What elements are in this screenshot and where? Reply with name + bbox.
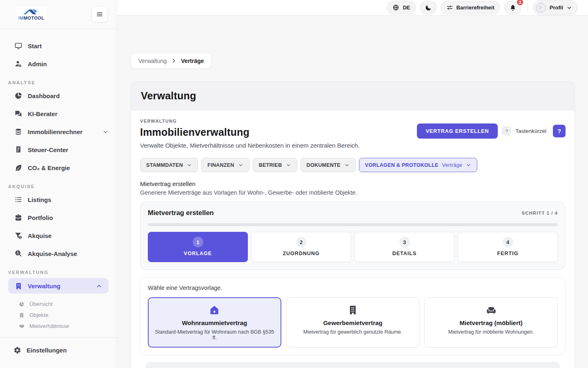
- avatar: [536, 2, 546, 13]
- template-picker-card: Wähle eine Vertragsvorlage. Wohnraummiet…: [140, 277, 566, 355]
- accessibility-button[interactable]: Barrierefreiheit: [441, 1, 500, 14]
- chevron-up-icon[interactable]: [96, 283, 102, 289]
- sidebar-item-label: Dashboard: [28, 92, 60, 99]
- wizard-header: Mietvertrag erstellen SCHRITT 1 / 4: [148, 209, 558, 217]
- chat-icon: [14, 110, 22, 118]
- menu-toggle-button[interactable]: [91, 6, 108, 22]
- building-icon: [347, 305, 358, 315]
- tab-label: FINANZEN: [207, 162, 234, 168]
- leaf-icon: [14, 164, 22, 172]
- sidebar-section-label-analyse: ANALYSE: [0, 80, 117, 85]
- template-title: Gewerbemietvertrag: [323, 319, 382, 326]
- page-card: Verwaltung VERWALTUNG Immobilienverwaltu…: [131, 81, 575, 368]
- sidebar-item-immobilienrechner[interactable]: Immobilienrechner: [0, 123, 117, 141]
- tab-finanzen[interactable]: FINANZEN: [201, 158, 249, 172]
- page-title: Immobilienverwaltung: [140, 126, 360, 138]
- sidebar-item-label: Einstellungen: [27, 347, 67, 354]
- breadcrumb-parent-link[interactable]: Verwaltung: [138, 58, 167, 64]
- accessibility-label: Barrierefreiheit: [457, 4, 494, 11]
- wizard-step-indicator: SCHRITT 1 / 4: [522, 211, 558, 215]
- globe-icon: [392, 4, 399, 11]
- sidebar-item-einstellungen[interactable]: Einstellungen: [0, 341, 117, 359]
- step-number-badge: 3: [399, 237, 410, 247]
- sidebar-item-start[interactable]: Start: [0, 37, 117, 55]
- tab-sublabel: Verträge: [442, 162, 463, 168]
- notifications-wrapper: 3: [504, 1, 522, 14]
- sidebar-item-akquise[interactable]: Akquise: [0, 227, 117, 245]
- breadcrumb-current: Verträge: [181, 58, 204, 64]
- step-fertig[interactable]: 4 FERTIG: [458, 232, 558, 262]
- template-card-wohnraum[interactable]: Wohnraummietvertrag Standard-Mietvertrag…: [148, 297, 281, 348]
- step-zuordnung[interactable]: 2 ZUORDNUNG: [251, 232, 351, 262]
- sidebar-item-akquise-analyse[interactable]: Akquise-Analyse: [0, 245, 117, 263]
- template-card-gewerbe[interactable]: Gewerbemietvertrag Mietvertrag für gewer…: [286, 297, 420, 348]
- tab-betrieb[interactable]: BETRIEB: [253, 158, 297, 172]
- create-contract-button[interactable]: VERTRAG ERSTELLEN: [417, 123, 498, 139]
- breadcrumb: Verwaltung Verträge: [131, 53, 212, 69]
- profile-button[interactable]: Profil: [533, 0, 578, 15]
- sidebar-item-label: Listings: [28, 196, 51, 203]
- page-head-row: VERWALTUNG Immobilienverwaltung Verwalte…: [140, 119, 566, 149]
- chevron-down-icon: [238, 162, 243, 168]
- bell-icon: [509, 4, 517, 11]
- coins-icon: [14, 128, 22, 136]
- handshake-icon: [19, 323, 24, 329]
- step-label: FERTIG: [497, 251, 519, 256]
- sidebar-item-co2-energie[interactable]: CO₂ & Energie: [0, 159, 117, 177]
- template-card-moebliert[interactable]: Mietvertrag (möbliert) Mietvertrag für m…: [424, 297, 558, 348]
- list-icon: [14, 195, 22, 204]
- sidebar-item-dashboard[interactable]: Dashboard: [0, 87, 117, 105]
- sidebar-item-label: Akquise: [28, 232, 51, 239]
- pie-chart-icon: [19, 301, 24, 307]
- briefcase-icon: [14, 213, 22, 222]
- step-label: DETAILS: [392, 251, 417, 256]
- step-number-badge: 1: [193, 237, 203, 247]
- sidebar-divider: [0, 337, 117, 338]
- funnel-icon: [14, 231, 22, 240]
- chevron-down-icon[interactable]: [102, 129, 109, 135]
- sidebar-item-listings[interactable]: Listings: [0, 191, 117, 209]
- tab-dokumente[interactable]: DOKUMENTE: [301, 158, 356, 172]
- sidebar-item-admin[interactable]: Admin: [0, 55, 117, 73]
- sidebar-item-label: CO₂ & Energie: [28, 164, 70, 171]
- sidebar-subitem-uebersicht[interactable]: Übersicht: [0, 298, 117, 310]
- chevron-down-icon: [187, 162, 192, 168]
- tab-vorlagen-protokolle[interactable]: VORLAGEN & PROTOKOLLE Verträge: [359, 158, 477, 172]
- menu-icon: [96, 11, 103, 18]
- sidebar-item-label: Immobilienrechner: [28, 128, 82, 135]
- sidebar-nav: Start Admin ANALYSE Dashboard KI-Berate: [0, 29, 117, 368]
- step-vorlage[interactable]: 1 VORLAGE: [148, 232, 248, 262]
- brand-name: IMMOTOOL: [18, 16, 45, 20]
- language-button[interactable]: DE: [387, 1, 416, 14]
- sidebar-item-ki-berater[interactable]: KI-Berater: [0, 105, 117, 123]
- sidebar-header: IMMOTOOL: [0, 0, 117, 29]
- monitor-icon: [14, 42, 22, 50]
- step-label: ZUORDNUNG: [283, 251, 319, 256]
- sidebar-item-verwaltung[interactable]: Verwaltung: [8, 278, 109, 294]
- dark-mode-button[interactable]: [420, 1, 437, 14]
- template-title: Wohnraummietvertrag: [182, 319, 247, 326]
- tab-stammdaten[interactable]: STAMMDATEN: [140, 158, 198, 172]
- page-head-left: VERWALTUNG Immobilienverwaltung Verwalte…: [140, 119, 360, 149]
- template-description: Mietvertrag für gewerblich genutzte Räum…: [303, 329, 402, 335]
- section-eyebrow: VERWALTUNG: [140, 119, 360, 123]
- step-details[interactable]: 3 DETAILS: [354, 232, 454, 262]
- user-admin-icon: [14, 60, 22, 68]
- sidebar-subitem-mietverhaeltnisse[interactable]: Mietverhältnisse: [0, 321, 117, 332]
- sidebar-item-label: Admin: [28, 61, 47, 67]
- sidebar-item-steuer-center[interactable]: Steuer-Center: [0, 141, 117, 159]
- sidebar-subitem-objekte[interactable]: Objekte: [0, 310, 117, 321]
- template-description: Mietvertrag für möblierte Wohnungen.: [448, 329, 534, 335]
- main-area: DE Barrierefreiheit 3: [117, 0, 588, 368]
- couch-icon: [486, 305, 497, 315]
- sidebar-item-label: Portfolio: [28, 214, 53, 221]
- wizard-title: Mietvertrag erstellen: [148, 209, 214, 217]
- app-root: IMMOTOOL Start Admin ANALYSE: [0, 0, 588, 368]
- sidebar-item-portfolio[interactable]: Portfolio: [0, 209, 117, 227]
- sidebar-submenu: Übersicht Objekte Mietverhältnisse: [0, 298, 117, 332]
- page-head-actions: VERTRAG ERSTELLEN ? Tastenkürzel ?: [417, 123, 566, 139]
- step-number-badge: 4: [503, 237, 513, 247]
- moon-icon: [425, 4, 432, 11]
- sidebar-item-label: Akquise-Analyse: [28, 250, 77, 257]
- help-button[interactable]: ?: [553, 125, 566, 137]
